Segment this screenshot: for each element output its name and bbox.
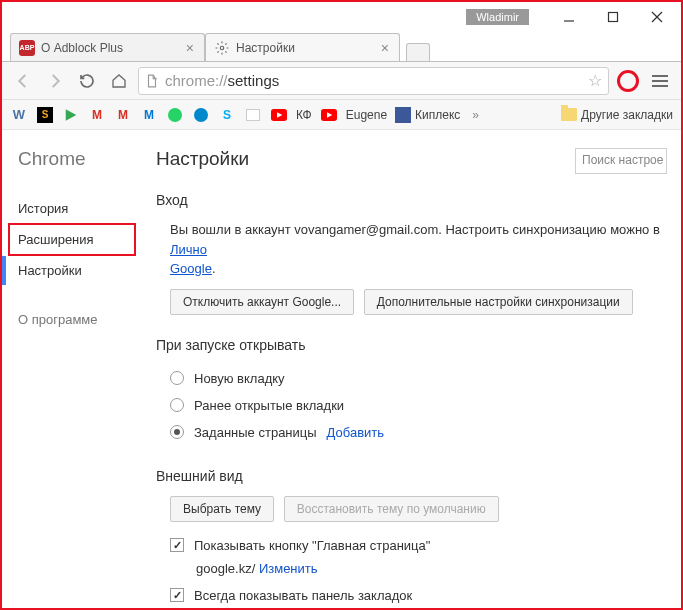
checkbox-icon — [170, 538, 184, 552]
nav-extensions[interactable]: Расширения — [8, 223, 136, 256]
radio-icon — [170, 371, 184, 385]
tab-close-icon[interactable]: × — [184, 40, 196, 56]
bookmark-bar: W S M M M S КФ Eugene Киплекс » Другие з… — [2, 100, 681, 130]
chrome-brand: Chrome — [18, 148, 142, 170]
option-label: Ранее открытые вкладки — [194, 398, 344, 413]
toolbar: chrome://settings ☆ — [2, 62, 681, 100]
tab-title: О Adblock Plus — [41, 41, 184, 55]
section-login: Вход Вы вошли в аккаунт vovangamer@gmail… — [156, 192, 663, 315]
other-bookmarks[interactable]: Другие закладки — [561, 108, 673, 122]
tab-adblock[interactable]: ABP О Adblock Plus × — [10, 33, 205, 61]
section-startup: При запуске открывать Новую вкладку Ране… — [156, 337, 663, 446]
bookmark-gmail-icon[interactable]: M — [88, 106, 106, 124]
choose-theme-button[interactable]: Выбрать тему — [170, 496, 274, 522]
content-area: Chrome История Расширения Настройки О пр… — [2, 130, 681, 608]
section-heading: При запуске открывать — [156, 337, 663, 353]
startup-newtab-option[interactable]: Новую вкладку — [170, 365, 663, 392]
section-appearance: Внешний вид Выбрать тему Восстановить те… — [156, 468, 663, 609]
svg-rect-1 — [609, 13, 618, 22]
settings-search-input[interactable]: Поиск настрое — [575, 148, 667, 174]
bookmark-outlook-icon[interactable]: M — [140, 106, 158, 124]
section-heading: Вход — [156, 192, 663, 208]
bookmark-youtube-icon[interactable] — [270, 106, 288, 124]
tab-settings[interactable]: Настройки × — [205, 33, 400, 61]
tab-title: Настройки — [236, 41, 379, 55]
nav-history[interactable]: История — [18, 194, 142, 223]
bookmark-play-icon[interactable] — [62, 106, 80, 124]
bookmark-vk-icon[interactable]: W — [10, 106, 28, 124]
nav-about[interactable]: О программе — [18, 305, 142, 334]
home-button[interactable] — [106, 68, 132, 94]
back-button[interactable] — [10, 68, 36, 94]
reload-button[interactable] — [74, 68, 100, 94]
bookmark-skype-icon[interactable]: S — [218, 106, 236, 124]
address-bar[interactable]: chrome://settings ☆ — [138, 67, 609, 95]
menu-button[interactable] — [647, 68, 673, 94]
forward-button[interactable] — [42, 68, 68, 94]
disconnect-account-button[interactable]: Отключить аккаунт Google... — [170, 289, 354, 315]
radio-icon — [170, 425, 184, 439]
option-label: Новую вкладку — [194, 371, 285, 386]
startup-pages-option[interactable]: Заданные страницы Добавить — [170, 419, 663, 446]
login-text: Вы вошли в аккаунт vovangamer@gmail.com.… — [170, 220, 663, 279]
bookmark-gmail2-icon[interactable]: M — [114, 106, 132, 124]
radio-icon — [170, 398, 184, 412]
bookmark-youtube2-icon[interactable] — [320, 106, 338, 124]
settings-main: Настройки Поиск настрое Вход Вы вошли в … — [142, 130, 681, 608]
reset-theme-button: Восстановить тему по умолчанию — [284, 496, 499, 522]
checkbox-icon — [170, 588, 184, 602]
settings-sidebar: Chrome История Расширения Настройки О пр… — [2, 130, 142, 608]
tab-strip: ABP О Adblock Plus × Настройки × — [2, 32, 681, 62]
bookmark-kiplex[interactable]: Киплекс — [395, 107, 460, 123]
new-tab-button[interactable] — [406, 43, 430, 61]
bookmark-overflow-icon[interactable]: » — [472, 108, 479, 122]
nav-settings[interactable]: Настройки — [2, 256, 142, 285]
folder-icon — [561, 108, 577, 121]
window-titlebar: Wladimir — [2, 2, 681, 32]
section-heading: Внешний вид — [156, 468, 663, 484]
minimize-button[interactable] — [547, 3, 591, 31]
bookmark-star-icon[interactable]: ☆ — [588, 71, 602, 90]
tab-close-icon[interactable]: × — [379, 40, 391, 56]
bookmark-telegram-icon[interactable] — [192, 106, 210, 124]
show-bookmarks-checkbox[interactable]: Всегда показывать панель закладок — [170, 582, 663, 609]
sync-settings-button[interactable]: Дополнительные настройки синхронизации — [364, 289, 633, 315]
bookmark-s-icon[interactable]: S — [36, 106, 54, 124]
checkbox-label: Всегда показывать панель закладок — [194, 588, 412, 603]
svg-point-4 — [220, 46, 224, 50]
gear-icon — [214, 40, 230, 56]
maximize-button[interactable] — [591, 3, 635, 31]
change-home-link[interactable]: Изменить — [259, 561, 318, 576]
bookmark-whatsapp-icon[interactable] — [166, 106, 184, 124]
show-home-checkbox[interactable]: Показывать кнопку "Главная страница" — [170, 532, 663, 559]
page-icon — [145, 74, 159, 88]
bookmark-doc-icon[interactable] — [244, 106, 262, 124]
add-pages-link[interactable]: Добавить — [327, 425, 384, 440]
checkbox-label: Показывать кнопку "Главная страница" — [194, 538, 430, 553]
url-text: chrome://settings — [165, 72, 279, 89]
opera-extension-icon[interactable] — [615, 68, 641, 94]
abp-icon: ABP — [19, 40, 35, 56]
startup-previous-option[interactable]: Ранее открытые вкладки — [170, 392, 663, 419]
close-button[interactable] — [635, 3, 679, 31]
link-account[interactable]: Лично — [170, 242, 207, 257]
option-label: Заданные страницы — [194, 425, 317, 440]
home-page-value: google.kz/ Изменить — [170, 559, 663, 582]
link-google[interactable]: Google — [170, 261, 212, 276]
bookmark-eugene[interactable]: Eugene — [346, 108, 387, 122]
user-badge[interactable]: Wladimir — [466, 9, 529, 25]
bookmark-kf[interactable]: КФ — [296, 108, 312, 122]
